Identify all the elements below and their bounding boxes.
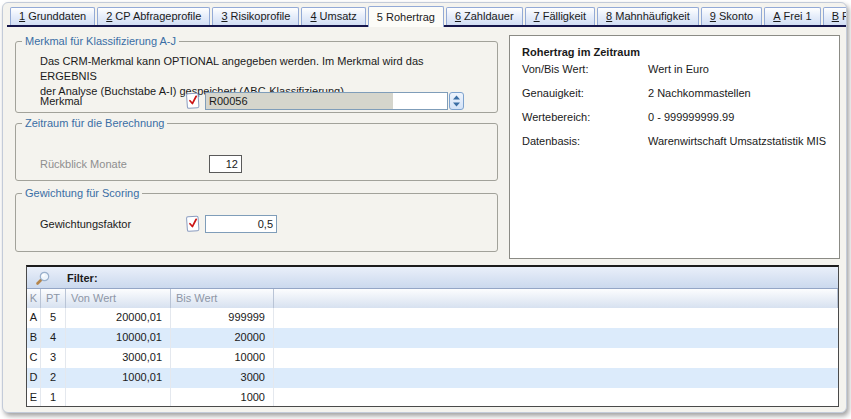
info-value: Warenwirtschaft Umsatzstatistik MIS: [648, 134, 839, 148]
tab-accelerator: A: [773, 10, 780, 22]
check-page-icon[interactable]: [185, 215, 201, 233]
up-down-spinner-icon[interactable]: [449, 92, 464, 110]
tab-frei-1[interactable]: AFrei 1: [764, 7, 820, 25]
tab-accelerator: 1: [19, 10, 25, 22]
table-row[interactable]: B 4 10000,01 20000: [27, 328, 838, 348]
cell-k: B: [27, 328, 41, 348]
info-value: 2 Nachkommastellen: [648, 86, 839, 100]
tab-label: CP Abfrageprofile: [115, 10, 201, 22]
info-row: Datenbasis: Warenwirtschaft Umsatzstatis…: [522, 134, 839, 148]
cell-von-wert: 1000,01: [66, 368, 171, 388]
cell-bis-wert: 10000: [171, 348, 274, 368]
tab-label: Risikoprofile: [231, 10, 291, 22]
tab-accelerator: 9: [710, 10, 716, 22]
table-row[interactable]: E 1 1000: [27, 388, 838, 407]
info-panel-title: Rohertrag im Zeitraum: [522, 46, 839, 58]
cell-bis-wert: 3000: [171, 368, 274, 388]
filter-bar: Filter:: [27, 267, 838, 289]
tab-accelerator: B: [832, 10, 839, 22]
rueckblick-monate-label: Rückblick Monate: [40, 158, 209, 170]
column-header-von-wert[interactable]: Von Wert: [66, 289, 171, 308]
tab-zahldauer[interactable]: 6Zahldauer: [446, 7, 523, 25]
group-title: Merkmal für Klassifizierung A-J: [22, 35, 179, 47]
tab-accelerator: 8: [606, 10, 612, 22]
cell-filler: [274, 348, 838, 368]
info-panel-rohertrag: Rohertrag im Zeitraum Von/Bis Wert: Wert…: [509, 35, 840, 259]
cell-pt: 4: [41, 328, 66, 348]
table-row[interactable]: A 5 20000,01 999999: [27, 308, 838, 328]
cell-pt: 2: [41, 368, 66, 388]
column-header-pt[interactable]: PT: [41, 289, 66, 308]
info-value: Wert in Euro: [648, 62, 839, 76]
group-gewichtung-scoring: Gewichtung für Scoring Gewichtungsfaktor…: [15, 187, 498, 252]
table-row[interactable]: D 2 1000,01 3000: [27, 368, 838, 388]
tab-accelerator: 4: [310, 10, 316, 22]
magnifier-icon[interactable]: [35, 270, 51, 286]
tab-label: Rohertrag: [386, 11, 435, 23]
tab-grunddaten[interactable]: 1Grunddaten: [10, 7, 95, 25]
merkmal-label: Merkmal: [40, 95, 185, 107]
tab-label: Mahnhäufigkeit: [615, 10, 690, 22]
cell-k: A: [27, 308, 41, 328]
cell-k: C: [27, 348, 41, 368]
tab-accelerator: 7: [534, 10, 540, 22]
tab-rohertrag[interactable]: 5Rohertrag: [368, 6, 444, 27]
info-row: Genauigkeit: 2 Nachkommastellen: [522, 86, 839, 100]
cell-pt: 5: [41, 308, 66, 328]
cell-bis-wert: 1000: [171, 388, 274, 407]
table-header: K PT Von Wert Bis Wert: [27, 289, 838, 308]
rueckblick-monate-field[interactable]: 12: [209, 155, 242, 173]
merkmal-value: R00056: [206, 93, 393, 109]
cell-pt: 1: [41, 388, 66, 407]
cell-von-wert: 10000,01: [66, 328, 171, 348]
table-row[interactable]: C 3 3000,01 10000: [27, 348, 838, 368]
column-header-k[interactable]: K: [27, 289, 41, 308]
tab-umsatz[interactable]: 4Umsatz: [301, 7, 365, 25]
classification-table: Filter: K PT Von Wert Bis Wert A 5 20000…: [26, 265, 839, 407]
tab-accelerator: 6: [455, 10, 461, 22]
cell-bis-wert: 20000: [171, 328, 274, 348]
tab-mahnhaeufigkeit[interactable]: 8Mahnhäufigkeit: [597, 7, 699, 25]
tab-accelerator: 2: [106, 10, 112, 22]
check-page-icon[interactable]: [185, 92, 201, 110]
cell-pt: 3: [41, 348, 66, 368]
tab-cp-abfrageprofile[interactable]: 2CP Abfrageprofile: [97, 7, 210, 25]
cell-filler: [274, 328, 838, 348]
tab-frei-2[interactable]: BFrei 2: [823, 7, 847, 25]
filter-label: Filter:: [67, 272, 98, 284]
info-row: Wertebereich: 0 - 999999999.99: [522, 110, 839, 124]
tab-label: Zahldauer: [464, 10, 514, 22]
info-label: Genauigkeit:: [522, 86, 648, 100]
cell-von-wert: [66, 388, 171, 407]
cell-k: D: [27, 368, 41, 388]
tab-accelerator: 5: [377, 11, 383, 23]
group-title: Gewichtung für Scoring: [22, 187, 142, 199]
cell-bis-wert: 999999: [171, 308, 274, 328]
tab-label: Umsatz: [320, 10, 357, 22]
tab-bar: 1Grunddaten 2CP Abfrageprofile 3Risikopr…: [7, 6, 846, 27]
cell-filler: [274, 368, 838, 388]
tab-label: Frei 2: [842, 10, 847, 22]
tab-label: Skonto: [719, 10, 753, 22]
merkmal-input[interactable]: R00056: [205, 92, 448, 110]
application-window: 1Grunddaten 2CP Abfrageprofile 3Risikopr…: [2, 2, 847, 413]
info-value: 0 - 999999999.99: [648, 110, 839, 124]
tab-label: Frei 1: [784, 10, 812, 22]
tab-label: Fälligkeit: [543, 10, 586, 22]
cell-filler: [274, 388, 838, 407]
column-header-bis-wert[interactable]: Bis Wert: [171, 289, 274, 308]
tab-skonto[interactable]: 9Skonto: [701, 7, 762, 25]
cell-filler: [274, 308, 838, 328]
group-title: Zeitraum für die Berechnung: [22, 117, 167, 129]
info-label: Wertebereich:: [522, 110, 648, 124]
gewichtungsfaktor-field[interactable]: 0,5: [205, 215, 277, 233]
info-label: Datenbasis:: [522, 134, 648, 148]
gewichtungsfaktor-label: Gewichtungsfaktor: [40, 218, 185, 230]
column-header-filler: [274, 289, 838, 308]
cell-k: E: [27, 388, 41, 407]
tab-risikoprofile[interactable]: 3Risikoprofile: [212, 7, 299, 25]
cell-von-wert: 20000,01: [66, 308, 171, 328]
tab-label: Grunddaten: [28, 10, 86, 22]
group-merkmal-klassifizierung: Merkmal für Klassifizierung A-J Das CRM-…: [15, 35, 498, 113]
tab-faelligkeit[interactable]: 7Fälligkeit: [525, 7, 596, 25]
